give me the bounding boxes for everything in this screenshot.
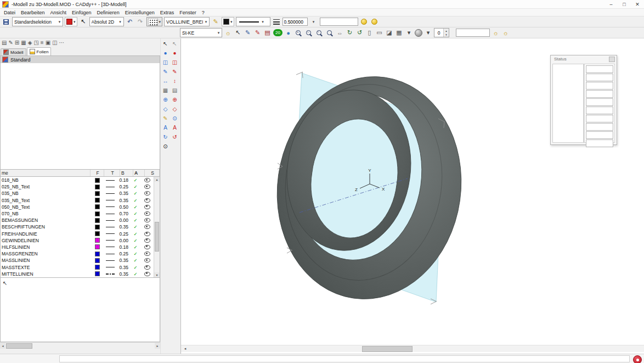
render-mode-icon[interactable] xyxy=(415,29,422,37)
linetype-sample[interactable] xyxy=(106,187,115,187)
rotate-cw-icon[interactable]: ↻ xyxy=(162,133,170,141)
spin-up-icon[interactable]: ▴ xyxy=(444,29,449,33)
column-header-t[interactable]: T xyxy=(104,170,120,176)
layer-row[interactable]: FREIHANDLINIE0.25✓ xyxy=(1,231,154,237)
axo-view-icon[interactable]: ◪ xyxy=(385,29,393,37)
active-check-icon[interactable]: ✓ xyxy=(131,191,140,196)
close-button[interactable]: ✕ xyxy=(631,0,644,8)
linetype-sample[interactable] xyxy=(106,193,115,194)
text-red-icon[interactable]: A xyxy=(171,124,179,131)
color-swatch[interactable] xyxy=(95,185,100,189)
scroll-left-icon[interactable]: ◂ xyxy=(182,345,188,352)
name-input[interactable] xyxy=(320,18,358,26)
menu-item-einstellungen[interactable]: Einstellungen xyxy=(122,10,157,15)
canvas-horizontal-scrollbar[interactable]: ◂ xyxy=(181,345,644,352)
raster-grid-button[interactable]: ▾ xyxy=(146,17,163,26)
layer-row[interactable]: 035_NB0.35✓ xyxy=(1,190,154,197)
coordinate-mode-combo[interactable]: Absolut 2D ▾ xyxy=(89,17,124,26)
color-swatch[interactable] xyxy=(95,191,100,196)
sheet-icon[interactable]: ▯ xyxy=(365,29,374,37)
coords-field[interactable] xyxy=(456,29,490,37)
square-dot-icon[interactable]: ▣ xyxy=(46,40,50,46)
redo-button[interactable]: ↷ xyxy=(136,18,145,26)
zoom-in-icon[interactable]: + xyxy=(294,29,303,37)
active-check-icon[interactable]: ✓ xyxy=(131,271,140,277)
scroll-down-icon[interactable]: ▾ xyxy=(154,272,160,277)
linetype-sample[interactable] xyxy=(106,227,115,227)
visibility-cell[interactable] xyxy=(140,185,154,189)
diamond-icon[interactable]: ◈ xyxy=(28,40,32,46)
select-alt-icon[interactable]: ↖ xyxy=(171,40,179,47)
color-swatch[interactable] xyxy=(95,178,100,183)
linetype-sample[interactable] xyxy=(106,233,115,234)
hatch-icon[interactable]: ▤ xyxy=(171,87,179,94)
zoom-all-icon[interactable] xyxy=(325,29,334,37)
scroll-thumb[interactable] xyxy=(6,343,32,349)
point-blue-icon[interactable]: ⊙ xyxy=(171,115,179,122)
tree-item-standard[interactable]: Standard xyxy=(1,56,160,63)
panel-horizontal-scrollbar[interactable]: ◂ ▸ xyxy=(0,342,160,349)
visibility-cell[interactable] xyxy=(140,272,154,276)
menu-item--[interactable]: ? xyxy=(199,10,207,15)
layer-row[interactable]: 035_NB_Text0.35✓ xyxy=(1,197,154,204)
visibility-cell[interactable] xyxy=(140,238,154,243)
poly-red-icon[interactable]: ◇ xyxy=(171,105,179,113)
pencil-yellow-icon[interactable]: ✎ xyxy=(162,115,170,122)
select-new-icon[interactable]: ↖ xyxy=(234,29,242,37)
draw-blue-icon[interactable]: ✎ xyxy=(162,68,170,75)
tab-folien[interactable]: Folien xyxy=(27,47,52,55)
light-icon[interactable]: ☼ xyxy=(492,29,500,37)
active-check-icon[interactable]: ✓ xyxy=(131,258,140,263)
library-icon[interactable]: ▤ xyxy=(263,29,272,37)
layer-row[interactable]: MASSTEXTE0.35✓ xyxy=(1,264,154,270)
rotate-ccw-icon[interactable]: ↺ xyxy=(171,133,179,141)
menu-item-bearbeiten[interactable]: Bearbeiten xyxy=(18,10,48,15)
active-check-icon[interactable]: ✓ xyxy=(131,224,140,230)
text-blue-icon[interactable]: A xyxy=(162,124,170,131)
select-cursor-icon[interactable]: ↖ xyxy=(162,40,170,47)
menu-item-einf-gen[interactable]: Einfügen xyxy=(69,10,94,15)
grid-plus-icon[interactable]: ⊞ xyxy=(15,40,19,46)
level-spinner[interactable]: 0▴▾ xyxy=(434,28,449,37)
globe-icon[interactable]: ● xyxy=(284,29,292,37)
visibility-cell[interactable] xyxy=(140,205,154,209)
linetype-sample[interactable] xyxy=(106,247,115,247)
lamp-icon[interactable]: ☼ xyxy=(224,29,232,37)
color-swatch[interactable] xyxy=(95,265,100,270)
drawing-standard-combo[interactable]: St-KE▾ xyxy=(180,28,222,37)
visibility-cell[interactable] xyxy=(140,252,154,256)
light-add-icon[interactable]: ☼ xyxy=(501,29,510,37)
linewidth-button[interactable] xyxy=(272,18,281,26)
visibility-cell[interactable] xyxy=(140,265,154,270)
linewidth-input[interactable] xyxy=(283,18,308,26)
split-square-icon[interactable]: ◫ xyxy=(52,40,57,46)
draw-color-button[interactable]: ▾ xyxy=(65,17,77,26)
origin-icon[interactable]: ⊙ xyxy=(162,143,170,150)
scroll-thumb[interactable] xyxy=(155,222,159,251)
visibility-cell[interactable] xyxy=(140,258,154,263)
menu-item-extras[interactable]: Extras xyxy=(157,10,177,15)
color-swatch[interactable] xyxy=(95,204,100,209)
scroll-left-icon[interactable]: ◂ xyxy=(0,343,5,349)
stretch-icon[interactable]: ↕ xyxy=(171,77,179,85)
column-header-b[interactable]: B xyxy=(120,170,133,176)
sphere-blue-icon[interactable]: ● xyxy=(162,49,170,57)
tab-modell[interactable]: Modell xyxy=(1,48,26,55)
linetype-sample[interactable] xyxy=(106,200,115,200)
layer-row[interactable]: 070_NB0.70✓ xyxy=(1,210,154,217)
color-swatch[interactable] xyxy=(95,198,100,203)
plane-blue-icon[interactable]: ◫ xyxy=(162,59,170,66)
color-swatch[interactable] xyxy=(95,252,100,256)
column-header-a[interactable]: A xyxy=(133,170,145,176)
snap-blue-icon[interactable]: ⊕ xyxy=(162,96,170,103)
grid-dropdown-icon[interactable]: ▾ xyxy=(405,29,413,37)
linetype-sample[interactable] xyxy=(106,180,115,181)
mesh-icon[interactable]: ▦ xyxy=(21,40,26,46)
move-icon[interactable]: ↔ xyxy=(162,77,170,85)
sphere-red-icon[interactable]: ● xyxy=(171,49,179,57)
linetype-sample[interactable] xyxy=(106,214,115,214)
sketch-blue-icon[interactable]: ✎ xyxy=(244,29,252,37)
color-swatch[interactable] xyxy=(95,218,100,223)
layer-row[interactable]: BESCHRIFTUNGEN0.35✓ xyxy=(1,224,154,230)
color-swatch[interactable] xyxy=(95,244,100,249)
